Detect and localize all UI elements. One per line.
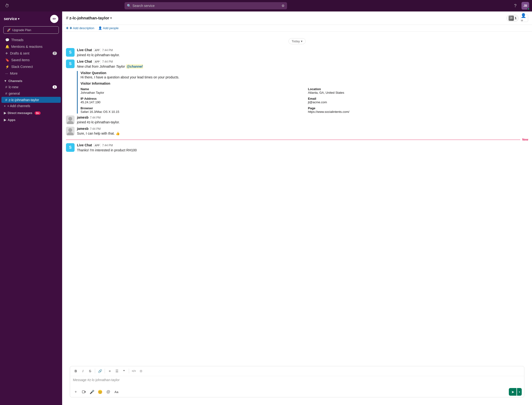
send-options-button[interactable]: ▾ bbox=[517, 388, 522, 396]
visitor-field-browser: Browser Safari 16.3/Mac OS X 10.15 bbox=[80, 106, 301, 114]
mention-button[interactable]: @ bbox=[105, 389, 112, 395]
visitor-field-location: Location Atlanta, GA, United States bbox=[308, 87, 528, 94]
direct-messages-section-header[interactable]: ▶ Direct messages 9+ bbox=[0, 109, 62, 116]
avatar: S bbox=[66, 60, 74, 68]
toolbar-divider bbox=[105, 369, 105, 373]
link-button[interactable]: 🔗 bbox=[97, 368, 103, 374]
table-row: jamesb 7:44 PM joined #z-lc-johnathan-ta… bbox=[62, 115, 532, 126]
channel-mention: @channel bbox=[126, 64, 143, 69]
sidebar-item-slack-connect[interactable]: ⚡ Slack Connect bbox=[1, 64, 61, 70]
message-header: Live Chat APP 7:44 PM bbox=[77, 48, 528, 52]
add-people-button[interactable]: 👤+ bbox=[520, 14, 528, 22]
search-icon: 🔍 bbox=[127, 4, 131, 8]
member-avatar-1: JB bbox=[509, 15, 514, 21]
sidebar-item-more[interactable]: ··· More bbox=[1, 70, 61, 76]
history-icon[interactable]: ⏱ bbox=[3, 1, 12, 10]
main-content: # z-lc-johnathan-taylor ▾ JB 1 👤+ ✚ ✚ Ad… bbox=[62, 12, 532, 405]
message-time: 7:44 PM bbox=[102, 48, 113, 52]
bold-button[interactable]: B bbox=[73, 368, 79, 374]
add-channels-icon: + bbox=[4, 104, 6, 108]
message-header: jamesb 7:44 PM bbox=[77, 115, 528, 119]
blockquote-button[interactable]: ❝ bbox=[121, 368, 127, 374]
message-body: jamesb 7:44 PM joined #z-lc-johnathan-ta… bbox=[77, 115, 528, 125]
toolbar-divider bbox=[95, 369, 95, 373]
channel-item-lc-new[interactable]: # lc-new 1 bbox=[1, 84, 61, 90]
drafts-badge: 7 bbox=[53, 52, 57, 55]
message-text: Thanks! I'm interested in product RH100 bbox=[77, 148, 528, 153]
svg-point-2 bbox=[68, 128, 72, 132]
message-header: Live Chat APP 7:44 PM bbox=[77, 143, 528, 147]
message-author: jamesb bbox=[77, 115, 88, 119]
message-body: Live Chat APP 7:44 PM joined #z-lc-johna… bbox=[77, 48, 528, 58]
filter-icon[interactable]: ⚙ bbox=[281, 4, 285, 8]
visitor-field-page: Page https://www.socialintents.com/ bbox=[308, 106, 528, 114]
top-bar: ⏱ 🔍 ⚙ ? JB bbox=[0, 0, 532, 12]
rocket-icon: 🚀 bbox=[7, 28, 11, 32]
add-description-link[interactable]: ✚ ✚ Add description bbox=[66, 26, 94, 30]
hash-icon: # bbox=[5, 91, 7, 95]
add-people-link[interactable]: 👤 Add people bbox=[98, 26, 119, 30]
upgrade-plan-button[interactable]: 🚀 Upgrade Plan bbox=[3, 26, 59, 34]
drafts-icon: ✈ bbox=[5, 51, 8, 55]
unordered-list-button[interactable]: ☰ bbox=[113, 368, 120, 374]
sidebar-item-threads[interactable]: 💬 Threads bbox=[1, 37, 61, 43]
channel-item-z-lc-johnathan-taylor[interactable]: # z-lc-johnathan-taylor bbox=[1, 97, 61, 103]
new-label: New bbox=[522, 138, 528, 141]
strikethrough-button[interactable]: S bbox=[87, 368, 93, 374]
svg-point-0 bbox=[68, 117, 72, 121]
ordered-list-button[interactable]: ≡ bbox=[106, 368, 113, 374]
member-avatars[interactable]: JB 1 bbox=[506, 14, 519, 22]
message-text: New chat from Johnathan Taylor @channel bbox=[77, 64, 528, 69]
channels-section-header[interactable]: ▼ Channels bbox=[0, 77, 62, 84]
search-bar[interactable]: 🔍 ⚙ bbox=[125, 2, 287, 9]
dm-collapse-icon: ▶ bbox=[4, 111, 6, 115]
italic-button[interactable]: I bbox=[80, 368, 86, 374]
status-dot bbox=[527, 8, 530, 10]
visitor-field-email: Email jt@acme.com bbox=[308, 97, 528, 104]
sidebar-header: service ▾ ✏ bbox=[0, 12, 62, 25]
message-time: 7:44 PM bbox=[102, 144, 113, 147]
workspace-name[interactable]: service ▾ bbox=[4, 17, 19, 21]
channel-hash: # bbox=[66, 15, 68, 20]
apps-section-header[interactable]: ▶ Apps bbox=[0, 116, 62, 123]
message-input-area: B I S 🔗 ≡ ☰ ❝ </> ⊡ Message #z-lc-johnat… bbox=[70, 366, 524, 397]
add-description-icon: ✚ bbox=[66, 26, 69, 30]
code-block-button[interactable]: ⊡ bbox=[138, 368, 144, 374]
message-body: jamesb 7:44 PM Sure, I can help with tha… bbox=[77, 127, 528, 136]
user-avatar[interactable]: JB bbox=[521, 2, 529, 10]
attach-button[interactable]: + bbox=[73, 389, 79, 395]
video-button[interactable] bbox=[80, 389, 87, 395]
avatar: S bbox=[66, 48, 74, 57]
help-button[interactable]: ? bbox=[512, 2, 519, 10]
sidebar-item-saved[interactable]: 🔖 Saved items bbox=[1, 57, 61, 63]
message-time: 7:44 PM bbox=[90, 116, 101, 119]
audio-button[interactable]: 🎤 bbox=[89, 389, 95, 395]
search-input[interactable] bbox=[133, 4, 280, 8]
date-chevron-icon: ▾ bbox=[301, 40, 303, 43]
message-toolbar: B I S 🔗 ≡ ☰ ❝ </> ⊡ bbox=[70, 366, 524, 376]
message-time: 7:44 PM bbox=[90, 127, 101, 130]
apps-collapse-icon: ▶ bbox=[4, 118, 6, 122]
threads-icon: 💬 bbox=[5, 38, 9, 42]
channel-item-general[interactable]: # general bbox=[1, 90, 61, 96]
app-badge: APP bbox=[93, 144, 101, 147]
format-button[interactable]: Aa bbox=[113, 389, 120, 395]
message-author: Live Chat bbox=[77, 143, 92, 147]
message-input-footer: + 🎤 😊 @ Aa ➤ ▾ bbox=[70, 387, 524, 397]
add-channels-button[interactable]: + + Add channels bbox=[0, 103, 62, 109]
channel-chevron[interactable]: ▾ bbox=[110, 16, 112, 20]
message-input-field[interactable]: Message #z-lc-johnathan-taylor bbox=[70, 376, 524, 387]
main-layout: service ▾ ✏ 🚀 Upgrade Plan 💬 Threads 🔔 M… bbox=[0, 12, 532, 405]
sidebar-item-drafts[interactable]: ✈ Drafts & sent 7 bbox=[1, 50, 61, 56]
new-message-button[interactable]: ✏ bbox=[50, 15, 58, 23]
message-placeholder: Message #z-lc-johnathan-taylor bbox=[73, 378, 521, 382]
emoji-button[interactable]: 😊 bbox=[97, 389, 103, 395]
message-header: jamesb 7:44 PM bbox=[77, 127, 528, 130]
code-button[interactable]: </> bbox=[131, 368, 137, 374]
today-button[interactable]: Today ▾ bbox=[288, 38, 306, 44]
toolbar-divider bbox=[129, 369, 129, 373]
new-messages-indicator: New bbox=[62, 137, 532, 142]
send-button[interactable]: ➤ bbox=[509, 388, 517, 396]
channel-header-right: JB 1 👤+ bbox=[506, 14, 528, 22]
sidebar-item-mentions[interactable]: 🔔 Mentions & reactions bbox=[1, 43, 61, 50]
